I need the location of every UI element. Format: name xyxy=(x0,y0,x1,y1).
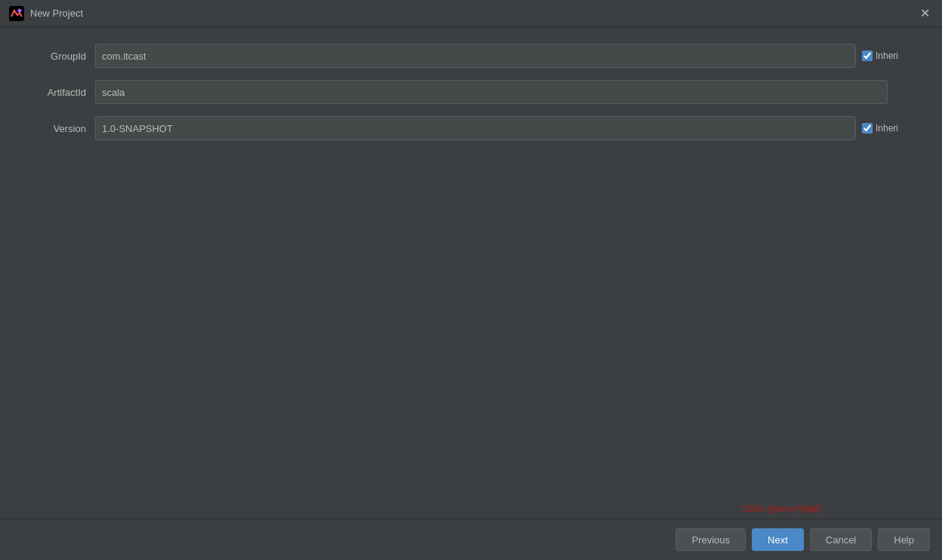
groupid-inherit-container: Inheri xyxy=(862,51,930,61)
help-button[interactable]: Help xyxy=(878,528,930,551)
footer: Previous Next Cancel Help xyxy=(0,518,942,560)
groupid-inherit-label: Inheri xyxy=(876,51,898,61)
version-label: Version xyxy=(12,123,95,134)
groupid-input[interactable] xyxy=(95,44,856,68)
groupid-inherit-checkbox[interactable] xyxy=(862,51,873,61)
content-spacer xyxy=(12,151,930,503)
svg-point-1 xyxy=(18,8,22,12)
next-button[interactable]: Next xyxy=(752,528,804,551)
version-inherit-container: Inheri xyxy=(862,123,930,134)
version-input-container: Inheri xyxy=(95,116,930,140)
version-inherit-checkbox[interactable] xyxy=(862,123,873,134)
title-bar-left: New Project xyxy=(9,6,83,21)
content-area: GroupId Inheri ArtifactId Version xyxy=(0,27,942,518)
artifactid-input[interactable] xyxy=(95,80,888,104)
app-icon xyxy=(9,6,24,21)
previous-button[interactable]: Previous xyxy=(676,528,746,551)
artifactid-input-container xyxy=(95,80,930,104)
groupid-input-container: Inheri xyxy=(95,44,930,68)
version-inherit-label: Inheri xyxy=(876,123,898,134)
version-input[interactable] xyxy=(95,116,856,140)
watermark: CSDN @henry学编程 xyxy=(741,503,821,515)
version-row: Version Inheri xyxy=(12,115,930,142)
groupid-label: GroupId xyxy=(12,51,95,62)
artifactid-label: ArtifactId xyxy=(12,87,95,98)
title-bar: New Project ✕ xyxy=(0,0,942,27)
artifactid-row: ArtifactId xyxy=(12,78,930,106)
cancel-button[interactable]: Cancel xyxy=(810,528,872,551)
dialog-title: New Project xyxy=(30,8,83,19)
new-project-dialog: New Project ✕ GroupId Inheri ArtifactId xyxy=(0,0,942,560)
close-button[interactable]: ✕ xyxy=(916,5,933,22)
groupid-row: GroupId Inheri xyxy=(12,42,930,69)
